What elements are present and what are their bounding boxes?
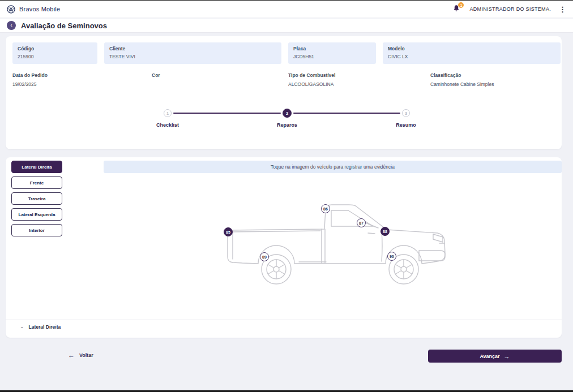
field-label: Tipo de Combustível <box>288 72 335 78</box>
view-button-lateral-esquerda[interactable]: Lateral Esquerda <box>11 208 62 221</box>
chevron-left-icon: ‹ <box>10 22 12 28</box>
field-cor: Cor <box>152 72 160 81</box>
field-data-do-pedido: Data do Pedido 19/02/2025 <box>12 72 48 87</box>
field-label: Modelo <box>388 46 555 51</box>
kebab-menu-icon[interactable]: ⋮ <box>559 6 566 13</box>
voltar-link[interactable]: ← Voltar <box>68 351 93 359</box>
user-name: ADMINISTRADOR DO SISTEMA. <box>469 6 551 12</box>
step-1-label: Checklist <box>156 122 179 128</box>
view-button-interior[interactable]: Interior <box>11 224 62 236</box>
evidence-marker-89[interactable]: 89 <box>260 252 269 261</box>
field-placa: Placa JCD5H51 <box>288 42 376 64</box>
subheader: ‹ Avaliação de Seminovos <box>0 19 573 33</box>
page-title: Avaliação de Seminovos <box>21 21 107 30</box>
field-value: ALCOOL/GASOLINA <box>288 81 335 87</box>
field-label: Classificação <box>430 72 494 78</box>
field-value: JCD5H51 <box>293 54 371 59</box>
view-button-lateral-direita[interactable]: Lateral Direita <box>11 161 62 173</box>
truck-illustration <box>220 198 452 288</box>
field-cliente: Cliente TESTE VIVI <box>104 42 281 64</box>
notification-badge: 1 <box>458 2 464 8</box>
brand: Bravos Mobile <box>7 5 60 14</box>
step-3-label: Resumo <box>396 122 416 128</box>
stepper-line-2 <box>293 113 400 114</box>
field-modelo: Modelo CIVIC LX <box>383 42 561 64</box>
field-value: TESTE VIVI <box>109 54 276 59</box>
evidence-marker-85[interactable]: 85 <box>224 227 233 236</box>
step-2-circle[interactable]: 2 <box>283 109 292 118</box>
back-circle-button[interactable]: ‹ <box>7 21 16 30</box>
field-label: Cor <box>152 72 160 78</box>
header-right: 1 ADMINISTRADOR DO SISTEMA. ⋮ <box>452 5 566 14</box>
accordion-lateral-direita[interactable]: ⌄ Lateral Direita <box>6 320 562 333</box>
field-value: 215900 <box>18 54 92 59</box>
evidence-marker-87[interactable]: 87 <box>357 218 366 227</box>
field-tipo-combustivel: Tipo de Combustível ALCOOL/GASOLINA <box>288 72 335 87</box>
arrow-left-icon: ← <box>68 351 75 359</box>
view-button-traseira[interactable]: Traseira <box>11 192 62 205</box>
evidence-marker-86[interactable]: 86 <box>321 204 330 213</box>
evidence-marker-88[interactable]: 88 <box>380 227 390 236</box>
app-header: Bravos Mobile 1 ADMINISTRADOR DO SISTEMA… <box>0 1 573 18</box>
field-value: CIVIC LX <box>388 54 555 59</box>
step-2-label: Reparos <box>277 122 297 128</box>
step-3-circle[interactable]: 3 <box>402 109 410 117</box>
field-label: Data do Pedido <box>12 72 48 78</box>
field-label: Código <box>18 46 92 51</box>
field-label: Placa <box>293 46 371 51</box>
vw-logo-icon <box>7 5 15 14</box>
field-classificacao: Classificação Caminhonete Cabine Simples <box>430 72 494 87</box>
vehicle-info-card: Código 215900 Cliente TESTE VIVI Placa J… <box>6 36 562 149</box>
field-label: Cliente <box>109 46 276 51</box>
field-value: Caminhonete Cabine Simples <box>430 81 494 87</box>
notifications-button[interactable]: 1 <box>452 5 461 14</box>
chevron-down-icon: ⌄ <box>20 324 24 329</box>
field-codigo: Código 215900 <box>12 42 97 64</box>
hint-banner: Toque na imagem do veículo para registra… <box>104 161 562 173</box>
accordion-label: Lateral Direita <box>29 324 61 330</box>
stepper: 1 2 3 Checklist Reparos Resumo <box>6 107 562 138</box>
evidence-marker-90[interactable]: 90 <box>387 252 396 261</box>
voltar-label: Voltar <box>79 352 93 358</box>
vehicle-image-tap-zone[interactable]: 858687888990 <box>220 198 452 288</box>
stepper-line-1 <box>173 113 281 114</box>
step-1-circle[interactable]: 1 <box>164 109 172 117</box>
view-button-frente[interactable]: Frente <box>11 176 62 189</box>
avancar-button[interactable]: Avançar → <box>428 350 562 363</box>
app-window: Bravos Mobile 1 ADMINISTRADOR DO SISTEMA… <box>0 0 573 392</box>
arrow-right-icon: → <box>504 353 510 360</box>
repairs-card: Lateral Direita Frente Traseira Lateral … <box>6 157 562 338</box>
brand-name: Bravos Mobile <box>19 6 60 12</box>
avancar-label: Avançar <box>480 354 499 359</box>
field-value: 19/02/2025 <box>12 81 48 87</box>
